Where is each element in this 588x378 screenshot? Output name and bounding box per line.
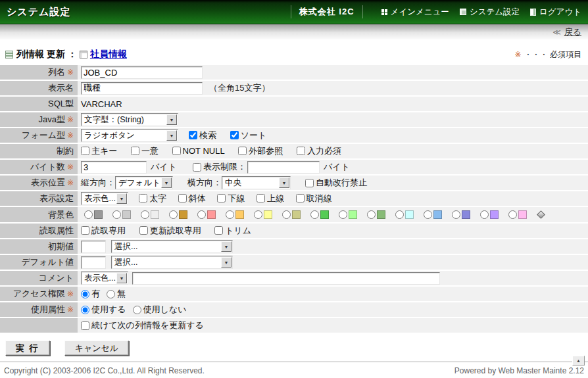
bgcolor-radio[interactable] bbox=[112, 210, 121, 219]
access-yes-radio[interactable] bbox=[81, 290, 89, 298]
bgcolor-radio[interactable] bbox=[424, 210, 432, 219]
defaultval-select[interactable]: 選択... ▼ bbox=[111, 256, 233, 269]
access-option-no[interactable]: 無 bbox=[107, 288, 126, 300]
checkbox[interactable] bbox=[214, 226, 223, 235]
useattr-option-nouse[interactable]: 使用しない bbox=[133, 304, 187, 316]
bgcolor-option[interactable] bbox=[169, 210, 187, 219]
cancel-button[interactable]: キャンセル bbox=[64, 341, 130, 356]
bgcolor-radio[interactable] bbox=[282, 210, 291, 219]
bgcolor-radio[interactable] bbox=[367, 210, 376, 219]
bgcolor-option[interactable] bbox=[226, 210, 244, 219]
colname-input[interactable] bbox=[81, 66, 203, 79]
checkbox-option[interactable]: NOT NULL bbox=[172, 146, 225, 156]
bgcolor-option[interactable] bbox=[310, 210, 329, 219]
checkbox-option[interactable]: 上線 bbox=[257, 193, 284, 204]
bgcolor-option[interactable] bbox=[84, 210, 103, 219]
dispname-input[interactable] bbox=[81, 82, 203, 95]
checkbox[interactable] bbox=[172, 147, 181, 155]
checkbox[interactable] bbox=[139, 226, 148, 235]
display-limit-check[interactable]: 表示制限： bbox=[193, 161, 246, 173]
bgcolor-radio[interactable] bbox=[395, 210, 404, 219]
checkbox-option[interactable]: 下線 bbox=[217, 193, 245, 204]
useattr-option-use[interactable]: 使用する bbox=[81, 304, 126, 316]
bgcolor-option[interactable] bbox=[508, 210, 527, 219]
bgcolor-radio[interactable] bbox=[197, 210, 206, 219]
checkbox[interactable] bbox=[257, 194, 265, 202]
checkbox[interactable] bbox=[81, 321, 89, 330]
menu-system-settings[interactable]: システム設定 bbox=[460, 7, 520, 18]
display-limit-input[interactable] bbox=[247, 161, 320, 174]
menu-main-menu[interactable]: メインメニュー bbox=[381, 7, 449, 18]
checkbox-option[interactable]: 更新読取専用 bbox=[139, 225, 201, 237]
useattr-use-radio[interactable] bbox=[81, 306, 89, 314]
bgcolor-radio[interactable] bbox=[254, 210, 262, 219]
checkbox[interactable] bbox=[193, 163, 201, 172]
defaultval-input[interactable] bbox=[81, 256, 106, 269]
bgcolor-option[interactable] bbox=[367, 210, 385, 219]
nowrap-check[interactable]: 自動改行禁止 bbox=[305, 177, 367, 189]
javatype-select[interactable]: 文字型：(String) ▼ bbox=[81, 113, 178, 126]
bgcolor-option[interactable] bbox=[452, 210, 470, 219]
checkbox-option[interactable]: 斜体 bbox=[178, 193, 206, 204]
menu-logout[interactable]: ログアウト bbox=[530, 7, 581, 18]
bgcolor-option[interactable] bbox=[141, 210, 159, 219]
continue-check[interactable]: 続けて次の列情報を更新する bbox=[81, 319, 204, 331]
dispcolor-select[interactable]: 表示色... ▼ bbox=[81, 192, 128, 205]
formtype-select[interactable]: ラジオボタン ▼ bbox=[81, 129, 178, 142]
table-link[interactable]: 社員情報 bbox=[90, 49, 127, 60]
checkbox-option[interactable]: トリム bbox=[214, 225, 251, 237]
bgcolor-radio[interactable] bbox=[310, 210, 319, 219]
bgcolor-radio[interactable] bbox=[169, 210, 178, 219]
bgcolor-option[interactable] bbox=[480, 210, 499, 219]
bgcolor-option[interactable] bbox=[254, 210, 272, 219]
checkbox[interactable] bbox=[178, 194, 187, 202]
useattr-nouse-radio[interactable] bbox=[133, 306, 141, 314]
checkbox-option[interactable]: 検索 bbox=[189, 130, 216, 141]
back-link[interactable]: 戻る bbox=[564, 26, 581, 38]
comment-color-select[interactable]: 表示色... ▼ bbox=[81, 272, 128, 285]
scroll-top-button[interactable]: ▲ bbox=[572, 356, 585, 366]
checkbox[interactable] bbox=[238, 147, 247, 155]
bgcolor-radio[interactable] bbox=[508, 210, 517, 219]
checkbox-option[interactable]: ソート bbox=[230, 130, 267, 141]
vertical-select[interactable]: デフォルト ▼ bbox=[115, 176, 173, 189]
checkbox[interactable] bbox=[131, 147, 139, 155]
checkbox[interactable] bbox=[305, 179, 314, 187]
checkbox-option[interactable]: 読取専用 bbox=[81, 225, 126, 237]
bgcolor-option[interactable] bbox=[282, 210, 301, 219]
initval-input[interactable] bbox=[81, 241, 106, 253]
bgcolor-option[interactable] bbox=[395, 210, 414, 219]
checkbox-option[interactable]: 取消線 bbox=[296, 193, 332, 204]
checkbox[interactable] bbox=[81, 147, 89, 155]
bgcolor-option[interactable] bbox=[112, 210, 131, 219]
custom-color-icon[interactable] bbox=[537, 210, 545, 219]
checkbox[interactable] bbox=[230, 131, 239, 139]
checkbox[interactable] bbox=[139, 194, 147, 202]
bgcolor-radio[interactable] bbox=[84, 210, 93, 219]
bgcolor-option[interactable] bbox=[197, 210, 216, 219]
initval-select[interactable]: 選択... ▼ bbox=[111, 240, 233, 253]
bgcolor-option[interactable] bbox=[339, 210, 357, 219]
checkbox-option[interactable]: 一意 bbox=[131, 145, 159, 157]
checkbox-option[interactable]: 主キー bbox=[81, 145, 117, 157]
execute-button[interactable]: 実 行 bbox=[5, 341, 50, 356]
bytes-input[interactable] bbox=[81, 161, 147, 174]
bgcolor-radio[interactable] bbox=[480, 210, 489, 219]
access-no-radio[interactable] bbox=[107, 290, 115, 298]
bgcolor-radio[interactable] bbox=[226, 210, 234, 219]
bgcolor-radio[interactable] bbox=[452, 210, 460, 219]
checkbox-option[interactable]: 外部参照 bbox=[238, 145, 283, 157]
bgcolor-option[interactable] bbox=[424, 210, 442, 219]
checkbox[interactable] bbox=[189, 131, 197, 139]
horizontal-select[interactable]: 中央 ▼ bbox=[222, 176, 291, 189]
access-option-yes[interactable]: 有 bbox=[81, 288, 100, 300]
checkbox-option[interactable]: 太字 bbox=[139, 193, 166, 204]
bgcolor-radio[interactable] bbox=[339, 210, 347, 219]
checkbox[interactable] bbox=[297, 147, 305, 155]
checkbox[interactable] bbox=[217, 194, 226, 202]
checkbox[interactable] bbox=[296, 194, 305, 202]
checkbox-option[interactable]: 入力必須 bbox=[297, 145, 341, 157]
checkbox[interactable] bbox=[81, 226, 89, 235]
bgcolor-radio[interactable] bbox=[141, 210, 149, 219]
comment-input[interactable] bbox=[132, 272, 440, 285]
